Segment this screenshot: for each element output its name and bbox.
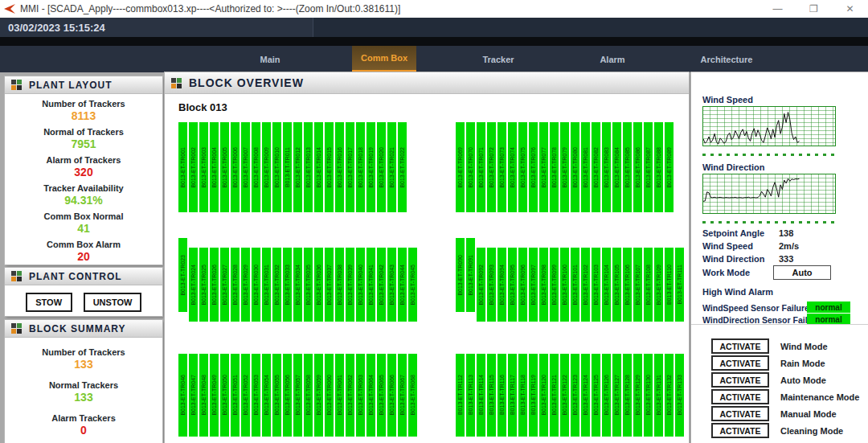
tracker-cell-B013-ET-TR091[interactable]: B013-ET-TR091	[466, 238, 475, 312]
tracker-cell-B013-ET-TR056[interactable]: B013-ET-TR056	[283, 354, 292, 437]
tracker-cell-B013-ET-TR049[interactable]: B013-ET-TR049	[210, 354, 219, 437]
tracker-cell-B013-ET-TR131[interactable]: B013-ET-TR131	[654, 354, 663, 437]
tracker-cell-B013-ET-TR004[interactable]: B013-ET-TR004	[210, 122, 219, 212]
tracker-cell-B013-ET-TR012[interactable]: B013-ET-TR012	[293, 122, 302, 212]
tracker-cell-B013-ET-TR017[interactable]: B013-ET-TR017	[346, 122, 354, 212]
tracker-cell-B013-ET-TR029[interactable]: B013-ET-TR029	[241, 248, 250, 322]
tracker-cell-B013-ET-TR115[interactable]: B013-ET-TR115	[487, 354, 496, 437]
tracker-cell-B013-ET-TR026[interactable]: B013-ET-TR026	[210, 248, 219, 322]
tracker-cell-B013-ET-TR002[interactable]: B013-ET-TR002	[189, 122, 198, 212]
tracker-cell-B013-ET-TR130[interactable]: B013-ET-TR130	[644, 354, 653, 437]
tracker-cell-B013-ET-TR106[interactable]: B013-ET-TR106	[623, 248, 632, 322]
close-button[interactable]: ✕	[832, 0, 868, 18]
tracker-cell-B013-ET-TR099[interactable]: B013-ET-TR099	[550, 248, 559, 322]
tracker-cell-B013-ET-TR050[interactable]: B013-ET-TR050	[220, 354, 229, 437]
tracker-cell-B013-ET-TR024[interactable]: B013-ET-TR024	[189, 248, 198, 322]
tracker-cell-B013-ET-TR078[interactable]: B013-ET-TR078	[550, 122, 559, 212]
tracker-cell-B013-ET-TR006[interactable]: B013-ET-TR006	[231, 122, 240, 212]
tracker-cell-B013-ET-TR117[interactable]: B013-ET-TR117	[508, 354, 517, 437]
tracker-cell-B013-ET-TR052[interactable]: B013-ET-TR052	[241, 354, 250, 437]
tracker-cell-B013-ET-TR011[interactable]: B013-ET-TR011	[283, 122, 292, 212]
tracker-cell-B013-ET-TR005[interactable]: B013-ET-TR005	[220, 122, 229, 212]
tracker-cell-B013-ET-TR075[interactable]: B013-ET-TR075	[518, 122, 527, 212]
tracker-cell-B013-ET-TR048[interactable]: B013-ET-TR048	[199, 354, 208, 437]
tracker-cell-B013-ET-TR030[interactable]: B013-ET-TR030	[252, 248, 260, 322]
tracker-cell-B013-ET-TR121[interactable]: B013-ET-TR121	[550, 354, 559, 437]
activate-maintenance-mode-button[interactable]: ACTIVATE	[711, 389, 769, 404]
tracker-cell-B013-ET-TR104[interactable]: B013-ET-TR104	[602, 248, 611, 322]
tracker-cell-B013-ET-TR090[interactable]: B013-ET-TR090	[456, 238, 465, 312]
tracker-cell-B013-ET-TR034[interactable]: B013-ET-TR034	[293, 248, 302, 322]
tracker-cell-B013-ET-TR031[interactable]: B013-ET-TR031	[262, 248, 271, 322]
tracker-cell-B013-ET-TR082[interactable]: B013-ET-TR082	[592, 122, 600, 212]
tracker-cell-B013-ET-TR125[interactable]: B013-ET-TR125	[592, 354, 600, 437]
tab-architecture[interactable]: Architecture	[694, 46, 759, 72]
tracker-cell-B013-ET-TR101[interactable]: B013-ET-TR101	[571, 248, 579, 322]
tracker-cell-B013-ET-TR105[interactable]: B013-ET-TR105	[612, 248, 621, 322]
tracker-cell-B013-ET-TR088[interactable]: B013-ET-TR088	[654, 122, 663, 212]
activate-cleaning-mode-button[interactable]: ACTIVATE	[711, 423, 769, 438]
tracker-cell-B013-ET-TR118[interactable]: B013-ET-TR118	[518, 354, 527, 437]
tracker-cell-B013-ET-TR009[interactable]: B013-ET-TR009	[262, 122, 271, 212]
tracker-cell-B013-ET-TR055[interactable]: B013-ET-TR055	[272, 354, 281, 437]
tab-alarm[interactable]: Alarm	[580, 46, 645, 72]
tracker-cell-B013-ET-TR126[interactable]: B013-ET-TR126	[602, 354, 611, 437]
stow-button[interactable]: STOW	[26, 293, 72, 312]
tracker-cell-B013-ET-TR051[interactable]: B013-ET-TR051	[231, 354, 240, 437]
tracker-cell-B013-ET-TR127[interactable]: B013-ET-TR127	[612, 354, 621, 437]
tracker-cell-B013-ET-TR018[interactable]: B013-ET-TR018	[356, 122, 365, 212]
tracker-cell-B013-ET-TR085[interactable]: B013-ET-TR085	[623, 122, 632, 212]
tracker-cell-B013-ET-TR123[interactable]: B013-ET-TR123	[571, 354, 579, 437]
tracker-cell-B013-ET-TR035[interactable]: B013-ET-TR035	[304, 248, 313, 322]
unstow-button[interactable]: UNSTOW	[84, 293, 142, 312]
tracker-cell-B013-ET-TR095[interactable]: B013-ET-TR095	[508, 248, 517, 322]
tracker-cell-B013-ET-TR128[interactable]: B013-ET-TR128	[623, 354, 632, 437]
tracker-cell-B013-ET-TR111[interactable]: B013-ET-TR111	[675, 248, 684, 322]
tracker-cell-B013-ET-TR112[interactable]: B013-ET-TR112	[456, 354, 465, 437]
tracker-cell-B013-ET-TR067[interactable]: B013-ET-TR067	[398, 354, 407, 437]
tracker-cell-B013-ET-TR044[interactable]: B013-ET-TR044	[398, 248, 407, 322]
tracker-cell-B013-ET-TR045[interactable]: B013-ET-TR045	[408, 248, 417, 322]
tracker-cell-B013-ET-TR008[interactable]: B013-ET-TR008	[252, 122, 260, 212]
tracker-cell-B013-ET-TR089[interactable]: B013-ET-TR089	[665, 122, 674, 212]
tracker-cell-B013-ET-TR037[interactable]: B013-ET-TR037	[325, 248, 334, 322]
tracker-cell-B013-ET-TR041[interactable]: B013-ET-TR041	[366, 248, 375, 322]
tracker-cell-B013-ET-TR025[interactable]: B013-ET-TR025	[199, 248, 208, 322]
tracker-cell-B013-ET-TR061[interactable]: B013-ET-TR061	[335, 354, 344, 437]
tracker-cell-B013-ET-TR084[interactable]: B013-ET-TR084	[612, 122, 621, 212]
tracker-cell-B013-ET-TR022[interactable]: B013-ET-TR022	[398, 122, 407, 212]
tracker-cell-B013-ET-TR040[interactable]: B013-ET-TR040	[356, 248, 365, 322]
tracker-cell-B013-ET-TR014[interactable]: B013-ET-TR014	[314, 122, 323, 212]
tracker-cell-B013-ET-TR122[interactable]: B013-ET-TR122	[560, 354, 569, 437]
tracker-cell-B013-ET-TR116[interactable]: B013-ET-TR116	[497, 354, 506, 437]
tracker-cell-B013-ET-TR069[interactable]: B013-ET-TR069	[456, 122, 465, 212]
tracker-cell-B013-ET-TR080[interactable]: B013-ET-TR080	[571, 122, 579, 212]
tracker-cell-B013-ET-TR032[interactable]: B013-ET-TR032	[272, 248, 281, 322]
restore-button[interactable]: ❐	[796, 0, 832, 18]
tracker-cell-B013-ET-TR124[interactable]: B013-ET-TR124	[581, 354, 590, 437]
tracker-cell-B013-ET-TR019[interactable]: B013-ET-TR019	[366, 122, 375, 212]
activate-manual-mode-button[interactable]: ACTIVATE	[711, 406, 769, 421]
tracker-cell-B013-ET-TR108[interactable]: B013-ET-TR108	[644, 248, 653, 322]
tab-tracker[interactable]: Tracker	[466, 46, 530, 72]
tracker-cell-B013-ET-TR113[interactable]: B013-ET-TR113	[466, 354, 475, 437]
tracker-cell-B013-ET-TR066[interactable]: B013-ET-TR066	[387, 354, 396, 437]
tracker-cell-B013-ET-TR132[interactable]: B013-ET-TR132	[665, 354, 674, 437]
tracker-cell-B013-ET-TR094[interactable]: B013-ET-TR094	[497, 248, 506, 322]
activate-wind-mode-button[interactable]: ACTIVATE	[711, 338, 769, 354]
tracker-cell-B013-ET-TR093[interactable]: B013-ET-TR093	[487, 248, 496, 322]
tracker-cell-B013-ET-TR033[interactable]: B013-ET-TR033	[283, 248, 292, 322]
tracker-cell-B013-ET-TR109[interactable]: B013-ET-TR109	[654, 248, 663, 322]
tracker-cell-B013-ET-TR107[interactable]: B013-ET-TR107	[633, 248, 642, 322]
tab-comm-box[interactable]: Comm Box	[352, 46, 416, 72]
tracker-cell-B013-ET-TR073[interactable]: B013-ET-TR073	[497, 122, 506, 212]
tracker-cell-B013-ET-TR129[interactable]: B013-ET-TR129	[633, 354, 642, 437]
tracker-cell-B013-ET-TR038[interactable]: B013-ET-TR038	[335, 248, 344, 322]
tracker-cell-B013-ET-TR053[interactable]: B013-ET-TR053	[252, 354, 260, 437]
tracker-cell-B013-ET-TR054[interactable]: B013-ET-TR054	[262, 354, 271, 437]
tab-main[interactable]: Main	[238, 46, 302, 72]
tracker-cell-B013-ET-TR020[interactable]: B013-ET-TR020	[377, 122, 386, 212]
tracker-cell-B013-ET-TR086[interactable]: B013-ET-TR086	[633, 122, 642, 212]
tracker-cell-B013-ET-TR087[interactable]: B013-ET-TR087	[644, 122, 653, 212]
tracker-cell-B013-ET-TR010[interactable]: B013-ET-TR010	[272, 122, 281, 212]
